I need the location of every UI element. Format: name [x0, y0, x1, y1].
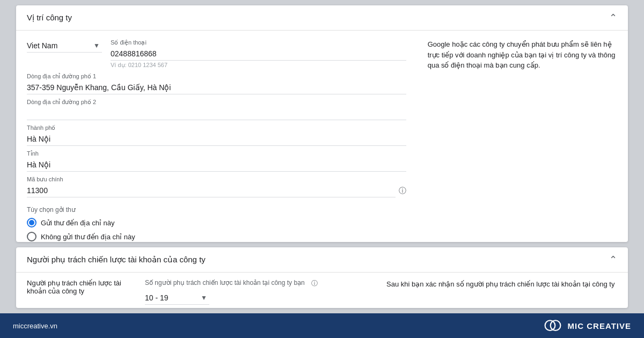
postal-group: Mã bưu chính ⓘ: [27, 176, 406, 197]
card1-body: Viet Nam ▼ Số điện thoại Ví dụ: 0210 123…: [16, 31, 628, 242]
footer-website: miccreative.vn: [13, 322, 57, 330]
footer: miccreative.vn MIC CREATIVE: [0, 313, 644, 338]
count-label: Số người phụ trách chiến lược tài khoản …: [145, 279, 305, 286]
content-area: Vị trí công ty ⌃ Viet Nam ▼: [0, 0, 644, 313]
chevron-up-icon-2[interactable]: ⌃: [609, 254, 617, 266]
address1-input[interactable]: [27, 81, 406, 94]
form-section-2-left: Người phụ trách chiến lược tài khoản của…: [27, 279, 134, 305]
mail-option-2[interactable]: Không gửi thư đến địa chỉ này: [27, 232, 406, 241]
postal-field-wrapper: ⓘ: [27, 184, 406, 197]
company-location-card: Vị trí công ty ⌃ Viet Nam ▼: [16, 5, 628, 242]
card2-header: Người phụ trách chiến lược tài khoản của…: [16, 247, 628, 273]
footer-logo: MIC CREATIVE: [543, 319, 631, 333]
address2-label: Dòng địa chỉ đường phố 2: [27, 99, 406, 106]
province-input[interactable]: [27, 158, 406, 172]
postal-label: Mã bưu chính: [27, 176, 406, 183]
mic-creative-logo-icon: [543, 319, 562, 333]
page-wrapper: Vị trí công ty ⌃ Viet Nam ▼: [0, 0, 644, 338]
count-info-icon[interactable]: ⓘ: [311, 279, 318, 288]
address2-input[interactable]: [27, 107, 406, 120]
address1-group: Dòng địa chỉ đường phố 1: [27, 73, 406, 94]
card1-info-text: Google hoặc các công ty chuyển phát bưu …: [428, 40, 616, 69]
card2-info-text: Sau khi bạn xác nhận số người phụ trách …: [386, 280, 614, 288]
phone-input[interactable]: [111, 47, 406, 61]
radio-label-2: Không gửi thư đến địa chỉ này: [41, 233, 135, 241]
radio-label-1: Gửi thư đến địa chỉ này: [41, 219, 115, 227]
phone-hint: Ví dụ: 0210 1234 567: [111, 62, 406, 69]
province-label: Tỉnh: [27, 150, 406, 157]
phone-group: Số điện thoại Ví dụ: 0210 1234 567: [111, 39, 406, 69]
country-group: Viet Nam ▼: [27, 39, 102, 69]
footer-right: MIC CREATIVE: [543, 319, 631, 333]
card1-info: Google hoặc các công ty chuyển phát bưu …: [417, 39, 617, 242]
address1-label: Dòng địa chỉ đường phố 1: [27, 73, 406, 80]
mail-option-1[interactable]: Gửi thư đến địa chỉ này: [27, 218, 406, 227]
footer-brand-text: MIC CREATIVE: [568, 321, 631, 330]
city-label: Thành phố: [27, 124, 406, 131]
radio-btn-1[interactable]: [27, 218, 36, 227]
province-group: Tỉnh: [27, 150, 406, 172]
form-section-2-mid: Số người phụ trách chiến lược tài khoản …: [145, 279, 376, 305]
mail-options-label: Tùy chọn gởi thư: [27, 206, 406, 214]
mail-options-group: Tùy chọn gởi thư Gửi thư đến địa chỉ này…: [27, 206, 406, 242]
count-select[interactable]: 10 - 19 1 - 9 20 - 49 50+: [145, 291, 209, 304]
country-select[interactable]: Viet Nam: [27, 39, 102, 52]
country-select-wrapper[interactable]: Viet Nam ▼: [27, 39, 102, 53]
country-phone-row: Viet Nam ▼ Số điện thoại Ví dụ: 0210 123…: [27, 39, 406, 73]
account-manager-label: Người phụ trách chiến lược tài khoản của…: [27, 279, 134, 295]
city-input[interactable]: [27, 133, 406, 146]
card1-title: Vị trí công ty: [27, 13, 72, 23]
account-manager-card: Người phụ trách chiến lược tài khoản của…: [16, 247, 628, 308]
form-section-1: Viet Nam ▼ Số điện thoại Ví dụ: 0210 123…: [27, 39, 406, 242]
radio-btn-2[interactable]: [27, 232, 36, 241]
card2-title: Người phụ trách chiến lược tài khoản của…: [27, 255, 206, 264]
postal-info-icon[interactable]: ⓘ: [399, 186, 406, 196]
address2-group: Dòng địa chỉ đường phố 2: [27, 99, 406, 120]
phone-label: Số điện thoại: [111, 39, 406, 46]
card2-body: Người phụ trách chiến lược tài khoản của…: [16, 273, 628, 308]
card2-info: Sau khi bạn xác nhận số người phụ trách …: [386, 279, 617, 305]
chevron-up-icon[interactable]: ⌃: [609, 12, 617, 24]
city-group: Thành phố: [27, 124, 406, 146]
card1-header: Vị trí công ty ⌃: [16, 5, 628, 31]
postal-input[interactable]: [27, 184, 396, 197]
count-select-wrapper[interactable]: 10 - 19 1 - 9 20 - 49 50+ ▼: [145, 291, 209, 305]
